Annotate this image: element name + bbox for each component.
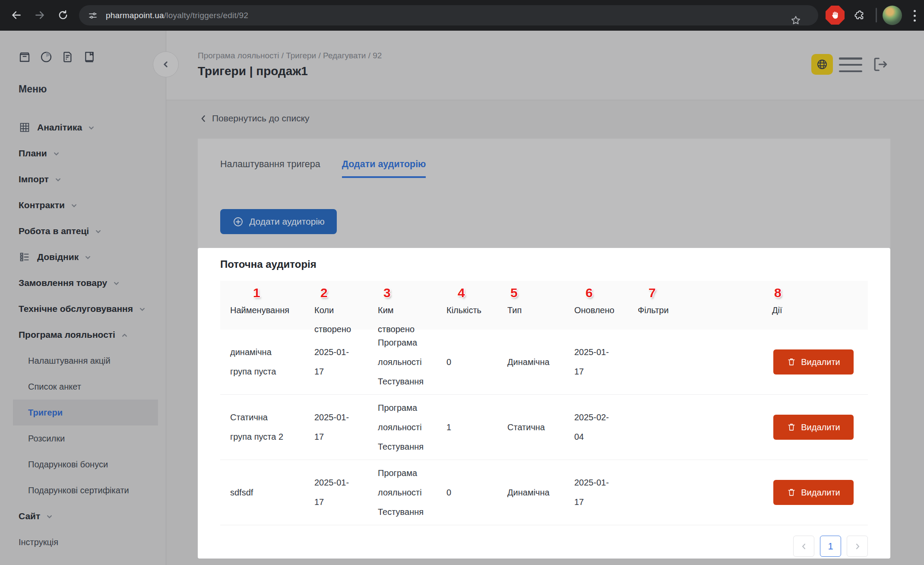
chevron-left-icon: [200, 115, 207, 122]
cell-created-by: Програма лояльності Тестування: [378, 398, 427, 457]
annotation-number: 6: [585, 285, 593, 301]
add-audience-label: Додати аудиторію: [249, 216, 325, 227]
cell-created: 2025-01-17: [314, 473, 354, 512]
url-bar[interactable]: pharmapoint.ua/loyalty/triggers/edit/92: [79, 5, 818, 25]
sidebar-item-loyalty-program[interactable]: Програма лояльності: [0, 322, 166, 348]
table-row: Статична група пуста 2 2025-01-17 Програ…: [220, 395, 868, 460]
cell-count: 0: [446, 483, 507, 502]
extensions-icon[interactable]: [849, 5, 870, 25]
arrow-left-icon: [11, 10, 22, 21]
hamburger-menu-icon[interactable]: [839, 57, 862, 72]
delete-button[interactable]: Видалити: [773, 415, 854, 440]
globe-icon: [816, 58, 829, 71]
sidebar-item-contracts[interactable]: Контракти: [0, 192, 166, 218]
sidebar-item-triggers[interactable]: Тригери: [13, 400, 158, 425]
annotation-number: 1: [253, 285, 260, 301]
url-text: pharmapoint.ua/loyalty/triggers/edit/92: [106, 11, 248, 20]
sidebar-item-label: Список анкет: [28, 382, 81, 392]
pagination: 1: [220, 536, 868, 557]
tab-trigger-settings[interactable]: Налаштування тригера: [220, 159, 320, 178]
browser-forward-button[interactable]: [29, 5, 50, 25]
sidebar-item-label: Контракти: [19, 200, 65, 210]
sidebar-item-mailings[interactable]: Розсилки: [0, 425, 166, 451]
sidebar-item-questionnaires[interactable]: Список анкет: [0, 374, 166, 400]
sidebar-item-label: Технічне обслуговування: [19, 304, 133, 314]
sidebar-item-label: Подарункові сертифікати: [28, 486, 129, 495]
sidebar-item-gift-certificates[interactable]: Подарункові сертифікати: [0, 477, 166, 503]
browser-back-button[interactable]: [6, 5, 27, 25]
cell-count: 0: [446, 352, 507, 372]
main-content: Повернутись до списку Налаштування триге…: [166, 100, 924, 565]
table-row: динамічна група пуста 2025-01-17 Програм…: [220, 330, 868, 395]
hand-icon: [830, 10, 840, 20]
url-host: pharmapoint.ua: [106, 11, 164, 20]
reload-icon: [57, 10, 69, 21]
sidebar: Меню Аналітика Плани Імпорт Контракти Ро…: [0, 31, 166, 565]
back-to-list-label: Повернутись до списку: [212, 113, 310, 124]
app-root: pharmapoint.ua/loyalty/triggers/edit/92: [0, 0, 924, 565]
sidebar-item-label: Тригери: [28, 408, 63, 418]
trash-icon: [787, 422, 796, 432]
sidebar-item-import[interactable]: Імпорт: [0, 166, 166, 192]
sidebar-item-gift-bonuses[interactable]: Подарункові бонуси: [0, 451, 166, 477]
browser-reload-button[interactable]: [53, 5, 73, 25]
chevron-left-icon: [801, 543, 807, 550]
chevron-down-icon: [88, 125, 95, 131]
logout-icon: [871, 55, 890, 74]
breadcrumb[interactable]: Програма лояльності / Тригери / Редагува…: [198, 51, 382, 60]
bookmark-star-icon[interactable]: [785, 10, 806, 31]
column-header-actions: 8 Дії: [772, 285, 868, 330]
language-button[interactable]: [811, 54, 833, 75]
chevron-down-icon: [85, 254, 91, 261]
sidebar-item-label: Сайт: [19, 511, 40, 521]
sidebar-item-label: Налаштування акцій: [28, 356, 111, 366]
adblock-extension-icon[interactable]: [826, 6, 845, 25]
pie-chart-icon[interactable]: [39, 50, 54, 64]
delete-button[interactable]: Видалити: [773, 349, 854, 375]
sidebar-item-goods-ordering[interactable]: Замовлення товару: [0, 270, 166, 296]
logout-button[interactable]: [869, 53, 892, 76]
tabs-panel: Налаштування тригера Додати аудиторію До…: [198, 139, 890, 248]
page-header: Програма лояльності / Тригери / Редагува…: [166, 31, 924, 100]
pagination-next-button[interactable]: [847, 536, 868, 557]
delete-button[interactable]: Видалити: [773, 480, 854, 505]
pagination-prev-button[interactable]: [793, 536, 814, 557]
sidebar-item-site[interactable]: Сайт: [0, 503, 166, 529]
annotation-number: 5: [510, 285, 518, 301]
cell-type: Статична: [507, 418, 574, 437]
sidebar-item-maintenance[interactable]: Технічне обслуговування: [0, 296, 166, 322]
book-icon[interactable]: [82, 50, 97, 64]
browser-menu-icon[interactable]: [909, 7, 920, 24]
sidebar-item-directory[interactable]: Довідник: [0, 244, 166, 270]
chevron-down-icon: [71, 203, 77, 209]
chevron-up-icon: [121, 332, 128, 339]
chevron-right-icon: [854, 543, 861, 550]
sidebar-item-plans[interactable]: Плани: [0, 140, 166, 166]
sidebar-item-label: Інструкція: [19, 537, 58, 547]
sidebar-item-instruction[interactable]: Інструкція: [0, 529, 166, 555]
sidebar-item-label: Програма лояльності: [19, 330, 115, 340]
pagination-page-button[interactable]: 1: [820, 536, 841, 557]
sidebar-item-label: Плани: [19, 148, 47, 159]
add-audience-button[interactable]: Додати аудиторію: [220, 209, 337, 234]
sidebar-item-pharmacy-work[interactable]: Робота в аптеці: [0, 218, 166, 244]
cell-type: Динамічна: [507, 352, 574, 372]
sidebar-item-promo-settings[interactable]: Налаштування акцій: [0, 348, 166, 374]
site-settings-icon[interactable]: [88, 10, 98, 21]
tab-add-audience[interactable]: Додати аудиторію: [342, 159, 426, 178]
browser-profile-avatar[interactable]: [883, 6, 902, 25]
sidebar-item-label: Довідник: [37, 252, 79, 262]
chevron-down-icon: [46, 514, 53, 520]
sidebar-collapse-button[interactable]: [153, 51, 179, 77]
menu-heading: Меню: [19, 83, 166, 95]
annotation-number: 2: [320, 285, 328, 301]
column-header-filters: 7 Фільтри: [638, 285, 772, 330]
document-icon[interactable]: [60, 50, 75, 64]
cell-updated: 2025-01-17: [574, 343, 614, 381]
cell-type: Динамічна: [507, 483, 574, 502]
cell-name: sdfsdf: [230, 483, 291, 502]
back-to-list-link[interactable]: Повернутись до списку: [200, 113, 310, 124]
sidebar-item-analytics[interactable]: Аналітика: [0, 114, 166, 140]
sidebar-item-label: Подарункові бонуси: [28, 460, 108, 470]
archive-box-icon[interactable]: [17, 50, 32, 64]
